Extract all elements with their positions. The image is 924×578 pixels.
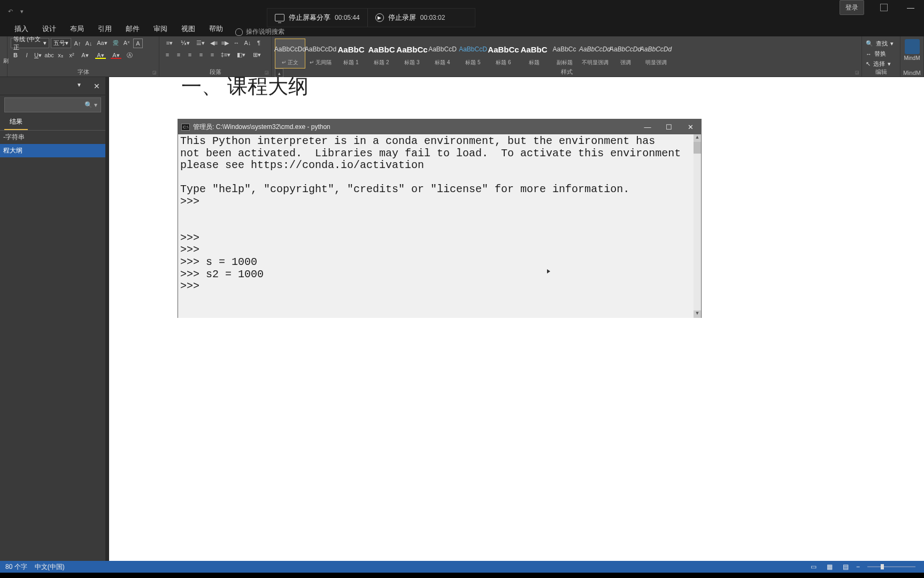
nav-tabs: 结果: [0, 115, 105, 131]
nav-tab-results[interactable]: 结果: [4, 115, 28, 130]
phonetic-button[interactable]: 愛: [111, 39, 120, 48]
font-color-button[interactable]: A▾: [109, 50, 123, 60]
find-button[interactable]: 🔍查找▾: [864, 39, 898, 49]
grow-font-button[interactable]: A↑: [73, 39, 82, 48]
enclose-button[interactable]: A: [133, 39, 143, 48]
style-标题 6[interactable]: AaBbCc标题 6: [488, 39, 519, 69]
nav-close-button[interactable]: ✕: [93, 82, 101, 90]
font-size-select[interactable]: 五号▾: [51, 38, 71, 48]
scroll-up-icon[interactable]: ▲: [694, 134, 701, 142]
ribbon-display-button[interactable]: [871, 0, 897, 15]
style-标题 4[interactable]: AaBbCcD标题 4: [427, 39, 458, 69]
scroll-thumb[interactable]: [694, 142, 701, 154]
subscript-button[interactable]: x₂: [56, 50, 65, 60]
tab-references[interactable]: 引用: [91, 21, 119, 36]
qat-dropdown-icon[interactable]: ▾: [17, 6, 27, 16]
numbering-button[interactable]: ⅓▾: [178, 38, 192, 48]
terminal-titlebar[interactable]: C:\ 管理员: C:\Windows\system32\cmd.exe - p…: [178, 119, 701, 134]
highlight-button[interactable]: A▾: [94, 50, 107, 60]
editing-group: 🔍查找▾ ↔替换 ↖选择▾ 编辑: [862, 36, 900, 77]
zoom-slider[interactable]: [867, 566, 915, 567]
editing-group-label: 编辑: [862, 68, 900, 76]
decrease-indent-button[interactable]: ◀≡: [209, 38, 219, 48]
distribute-button[interactable]: ≡: [207, 50, 217, 59]
undo-icon[interactable]: ↶: [5, 6, 15, 16]
style-不明显强调[interactable]: AaBbCcDd不明显强调: [580, 39, 610, 69]
style-副标题[interactable]: AaBbCc副标题: [549, 39, 580, 69]
ltr-button[interactable]: ↔: [232, 38, 241, 48]
web-layout-button[interactable]: ▤: [840, 562, 852, 571]
style-标题 1[interactable]: AaBbC标题 1: [336, 39, 366, 69]
mindmanager-icon[interactable]: [905, 39, 920, 54]
show-marks-button[interactable]: ¶: [254, 38, 264, 48]
read-mode-button[interactable]: ▭: [808, 562, 820, 571]
terminal-maximize-button[interactable]: ☐: [658, 119, 680, 134]
align-left-button[interactable]: ≡: [163, 50, 172, 59]
align-center-button[interactable]: ≡: [174, 50, 183, 59]
tab-design[interactable]: 设计: [35, 21, 63, 36]
tab-layout[interactable]: 布局: [63, 21, 91, 36]
nav-item-outline[interactable]: 程大纲: [0, 144, 105, 157]
login-button[interactable]: 登录: [840, 0, 864, 15]
increase-indent-button[interactable]: ≡▶: [220, 38, 230, 48]
style-标题[interactable]: AaBbC标题: [519, 39, 549, 69]
terminal-minimize-button[interactable]: —: [637, 119, 658, 134]
print-layout-button[interactable]: ▦: [824, 562, 836, 571]
bold-button[interactable]: B: [11, 50, 20, 60]
tab-help[interactable]: 帮助: [202, 21, 230, 36]
replace-button[interactable]: ↔替换: [864, 49, 898, 59]
nav-search-input[interactable]: 🔍 ▾: [4, 97, 101, 112]
style-明显强调[interactable]: AaBbCcDd明显强调: [641, 39, 671, 69]
minimize-button[interactable]: —: [897, 0, 924, 15]
change-case-button[interactable]: Aa▾: [95, 39, 109, 48]
clear-format-button[interactable]: Aˣ: [122, 39, 132, 48]
terminal-close-button[interactable]: ✕: [680, 119, 701, 134]
italic-button[interactable]: I: [22, 50, 32, 60]
style-标题 2[interactable]: AaBbC标题 2: [366, 39, 397, 69]
terminal-scrollbar[interactable]: ▲ ▼: [694, 134, 701, 318]
titlebar-qat: ↶ ▾: [0, 6, 27, 16]
document-heading: 一、 课程大纲: [181, 77, 309, 100]
tab-view[interactable]: 视图: [174, 21, 202, 36]
character-scaling-button[interactable]: Ⓐ: [125, 50, 134, 60]
shading-button[interactable]: ◧▾: [234, 50, 248, 59]
styles-gallery[interactable]: AaBbCcDd↵ 正文AaBbCcDd↵ 无间隔AaBbC标题 1AaBbC标…: [275, 39, 858, 69]
align-right-button[interactable]: ≡: [185, 50, 195, 59]
replace-icon: ↔: [866, 51, 872, 57]
nav-item-string[interactable]: -字符串: [0, 131, 105, 144]
styles-group: AaBbCcDd↵ 正文AaBbCcDd↵ 无间隔AaBbC标题 1AaBbC标…: [272, 36, 862, 77]
stop-record-button[interactable]: ▶ 停止录屏 00:03:02: [368, 9, 453, 27]
language-status[interactable]: 中文(中国): [35, 562, 65, 572]
line-spacing-button[interactable]: ‡≡▾: [219, 50, 233, 59]
font-dialog-launcher[interactable]: ◲: [152, 70, 158, 75]
style-强调[interactable]: AaBbCcDd强调: [610, 39, 641, 69]
styles-dialog-launcher[interactable]: ◲: [855, 70, 860, 75]
scroll-down-icon[interactable]: ▼: [694, 310, 701, 318]
strike-button[interactable]: abc: [44, 50, 54, 60]
bulb-icon: [235, 28, 243, 36]
style-↵ 无间隔[interactable]: AaBbCcDd↵ 无间隔: [305, 39, 336, 69]
tab-review[interactable]: 审阅: [147, 21, 174, 36]
borders-button[interactable]: ⊞▾: [250, 50, 264, 59]
multilevel-button[interactable]: ☰▾: [194, 38, 207, 48]
style-↵ 正文[interactable]: AaBbCcDd↵ 正文: [275, 39, 305, 69]
superscript-button[interactable]: x²: [67, 50, 76, 60]
sort-button[interactable]: A↓: [243, 38, 252, 48]
bullets-button[interactable]: ≡▾: [163, 38, 176, 48]
justify-button[interactable]: ≡: [196, 50, 206, 59]
nav-dropdown-icon[interactable]: ▼: [76, 82, 85, 90]
shrink-font-button[interactable]: A↓: [84, 39, 94, 48]
style-标题 3[interactable]: AaBbCc标题 3: [397, 39, 427, 69]
paragraph-dialog-launcher[interactable]: ◲: [265, 70, 270, 75]
underline-button[interactable]: U▾: [33, 50, 43, 60]
tab-insert[interactable]: 插入: [7, 21, 35, 36]
stop-share-button[interactable]: 停止屏幕分享 00:05:44: [267, 9, 368, 27]
tab-mailings[interactable]: 邮件: [119, 21, 147, 36]
zoom-minus[interactable]: −: [856, 563, 860, 571]
tell-me-search[interactable]: 操作说明搜索: [235, 27, 284, 36]
word-count[interactable]: 80 个字: [5, 562, 27, 572]
style-标题 5[interactable]: AaBbCcD标题 5: [458, 39, 488, 69]
font-name-select[interactable]: 等线 (中文正▾: [11, 38, 49, 48]
terminal-body[interactable]: This Python interpreter is in a conda en…: [178, 134, 701, 318]
text-effects-button[interactable]: A▾: [78, 50, 92, 60]
